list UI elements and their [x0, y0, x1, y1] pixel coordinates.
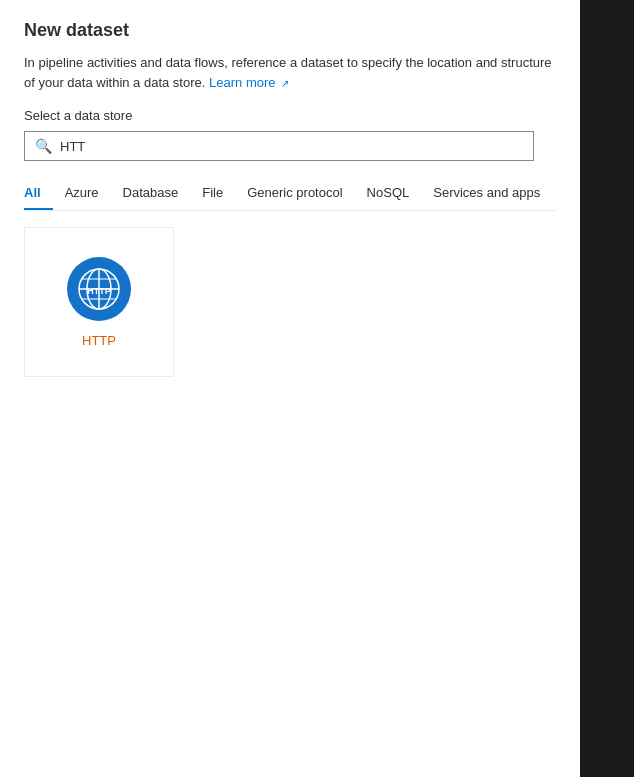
search-input[interactable] — [60, 139, 523, 154]
learn-more-link[interactable]: Learn more ↗ — [209, 75, 289, 90]
connectors-grid: HTTP HTTP — [24, 227, 556, 377]
tabs-container: All Azure Database File Generic protocol… — [24, 177, 556, 211]
tab-file[interactable]: File — [190, 177, 235, 210]
page-description: In pipeline activities and data flows, r… — [24, 53, 556, 92]
search-box: 🔍 — [24, 131, 534, 161]
svg-text:HTTP: HTTP — [87, 286, 111, 296]
external-link-icon: ↗ — [281, 76, 289, 91]
tab-services-and-apps[interactable]: Services and apps — [421, 177, 552, 210]
http-globe-icon: HTTP — [67, 257, 131, 321]
tab-generic-protocol[interactable]: Generic protocol — [235, 177, 354, 210]
tab-nosql[interactable]: NoSQL — [355, 177, 422, 210]
tab-all[interactable]: All — [24, 177, 53, 210]
section-label: Select a data store — [24, 108, 556, 123]
tab-azure[interactable]: Azure — [53, 177, 111, 210]
connector-card-http[interactable]: HTTP HTTP — [24, 227, 174, 377]
right-panel — [580, 0, 634, 777]
connector-name-http: HTTP — [82, 333, 116, 348]
search-icon: 🔍 — [35, 138, 52, 154]
tab-database[interactable]: Database — [111, 177, 191, 210]
page-title: New dataset — [24, 20, 556, 41]
